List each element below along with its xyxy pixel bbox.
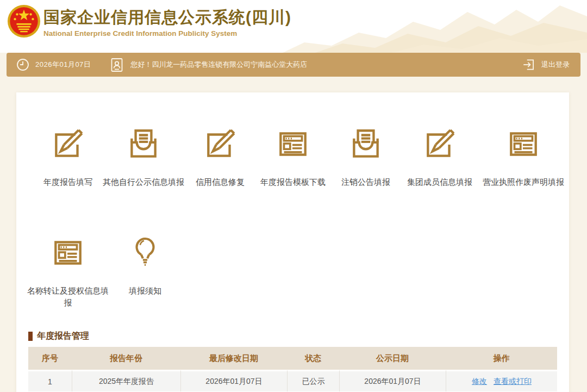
- current-date: 2026年01月07日: [35, 60, 91, 70]
- menu-item-label: 集团成员信息填报: [407, 176, 472, 188]
- view-or-print-link[interactable]: 查看或打印: [494, 377, 532, 385]
- cell-index: 1: [28, 370, 72, 391]
- logout-button[interactable]: 退出登录: [516, 53, 580, 77]
- cell-last-modified: 2026年01月07日: [180, 370, 287, 391]
- site-title: 国家企业信用信息公示系统(四川): [43, 7, 291, 28]
- col-header-status: 状态: [287, 347, 339, 370]
- menu-item-deregistration-notice[interactable]: 注销公告填报: [333, 126, 399, 188]
- col-header-last-modified: 最后修改日期: [180, 347, 287, 370]
- menu-item-group-member-info[interactable]: 集团成员信息填报: [399, 126, 480, 188]
- menu-item-credit-repair[interactable]: 信用信息修复: [187, 126, 253, 188]
- annual-report-section-heading: 年度报告管理: [28, 331, 569, 342]
- logout-label: 退出登录: [541, 60, 570, 70]
- clock-icon: [16, 58, 29, 71]
- menu-item-name-transfer-authorization[interactable]: 名称转让及授权信息填报: [27, 235, 109, 309]
- menu-item-license-invalidation[interactable]: 营业执照作废声明填报: [480, 126, 566, 188]
- site-subtitle: National Enterprise Credit Information P…: [43, 29, 291, 38]
- menu-item-label: 信用信息修复: [196, 176, 245, 188]
- logout-icon: [522, 58, 536, 72]
- great-wall-watermark: [283, 0, 587, 53]
- menu-item-label: 年度报告模板下载: [260, 176, 326, 188]
- user-badge-icon: [110, 58, 123, 72]
- menu-item-label: 年度报告填写: [43, 176, 92, 188]
- col-header-publicity-date: 公示日期: [339, 347, 446, 370]
- col-header-actions: 操作: [446, 347, 557, 370]
- menu-item-label: 注销公告填报: [341, 176, 390, 188]
- page-header: 国家企业信用信息公示系统(四川) National Enterprise Cre…: [0, 0, 587, 53]
- user-greeting: 您好！四川龙一药品零售连锁有限公司宁南益心堂大药店: [130, 60, 307, 70]
- cell-status: 已公示: [287, 370, 339, 391]
- annual-report-table: 序号 报告年份 最后修改日期 状态 公示日期 操作 1 2025年年度报告 20…: [28, 347, 557, 392]
- cell-publicity-date: 2026年01月07日: [339, 370, 446, 391]
- edit-icon: [422, 126, 458, 162]
- heading-bullet: [28, 332, 33, 341]
- menu-item-other-publicity-fill[interactable]: 其他自行公示信息填报: [100, 126, 187, 188]
- section-title: 年度报告管理: [37, 331, 89, 342]
- col-header-index: 序号: [28, 347, 72, 370]
- main-panel: 年度报告填写 其他自行公示信息填报 信用信息修复: [16, 92, 569, 392]
- site-title-block: 国家企业信用信息公示系统(四川) National Enterprise Cre…: [43, 7, 291, 38]
- lightbulb-icon: [127, 235, 163, 271]
- col-header-report-year: 报告年份: [72, 347, 180, 370]
- webpage-icon: [275, 126, 311, 162]
- edit-icon: [202, 126, 238, 162]
- cell-report-year: 2025年年度报告: [72, 370, 180, 391]
- function-grid-row-2: 名称转让及授权信息填报 填报须知: [16, 235, 569, 309]
- inbox-icon: [348, 126, 384, 162]
- menu-item-annual-report-fill[interactable]: 年度报告填写: [36, 126, 100, 188]
- menu-item-label: 其他自行公示信息填报: [103, 176, 184, 188]
- menu-item-report-template-download[interactable]: 年度报告模板下载: [253, 126, 333, 188]
- menu-item-label: 填报须知: [129, 285, 161, 297]
- inbox-icon: [126, 126, 161, 162]
- table-header-row: 序号 报告年份 最后修改日期 状态 公示日期 操作: [28, 347, 557, 370]
- table-row: 1 2025年年度报告 2026年01月07日 已公示 2026年01月07日 …: [28, 370, 557, 391]
- menu-item-filing-instructions[interactable]: 填报须知: [115, 235, 175, 309]
- webpage-icon: [50, 235, 86, 271]
- user-topbar: 2026年01月07日 您好！四川龙一药品零售连锁有限公司宁南益心堂大药店 退出…: [7, 53, 580, 77]
- edit-icon: [50, 126, 86, 162]
- webpage-icon: [505, 126, 541, 162]
- menu-item-label: 名称转让及授权信息填报: [27, 285, 109, 309]
- china-national-emblem: [7, 4, 41, 38]
- function-grid-row-1: 年度报告填写 其他自行公示信息填报 信用信息修复: [16, 126, 569, 188]
- menu-item-label: 营业执照作废声明填报: [483, 176, 564, 188]
- modify-link[interactable]: 修改: [472, 377, 487, 385]
- cell-actions: 修改 查看或打印: [446, 370, 557, 391]
